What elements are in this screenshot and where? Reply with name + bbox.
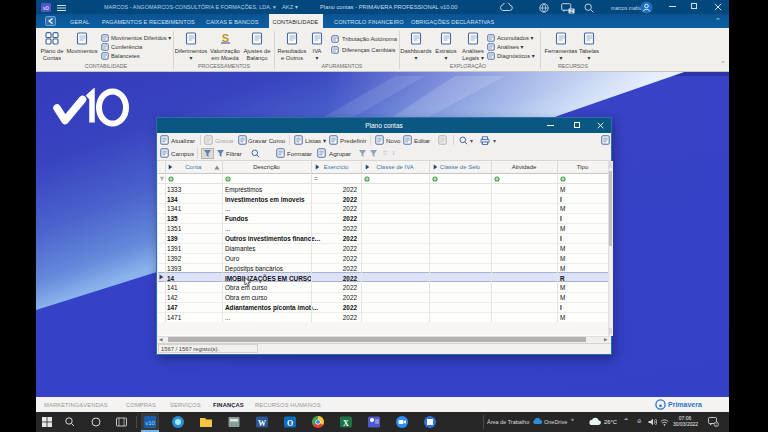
svg-text:S: S — [222, 32, 229, 44]
svg-text:O: O — [287, 419, 293, 428]
svg-text:X: X — [343, 419, 349, 428]
svg-text:v10: v10 — [145, 420, 155, 426]
svg-text:v0: v0 — [43, 5, 49, 11]
svg-text:W: W — [258, 419, 266, 428]
